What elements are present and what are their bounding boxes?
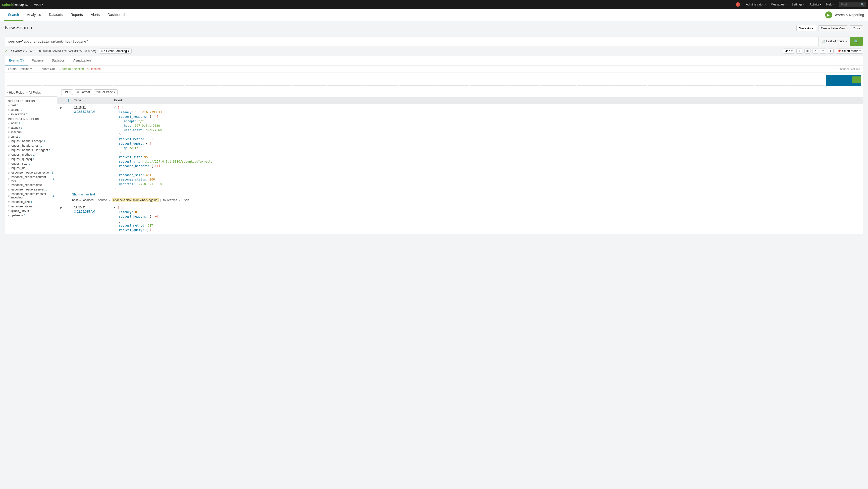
field-sourcetype[interactable]: a sourcetype 1 <box>5 112 57 117</box>
nav-reports[interactable]: Reports <box>67 9 87 21</box>
field-request-query-q[interactable]: a request_query.q 1 <box>5 157 57 161</box>
timeline-bar[interactable] <box>434 85 469 86</box>
field-request-url[interactable]: a request_url 1 <box>5 166 57 170</box>
field-request-method[interactable]: a request_method 1 <box>5 152 57 157</box>
meta-host-key: host <box>72 198 78 202</box>
download-button[interactable]: ⬇ <box>828 49 834 54</box>
nav-datasets[interactable]: Datasets <box>45 9 66 21</box>
field-response-status[interactable]: # response_status 1 <box>5 204 57 209</box>
timeline-bar[interactable] <box>149 85 184 86</box>
activity-menu[interactable]: Activity ▾ <box>807 0 824 9</box>
job-button[interactable]: Job ▾ <box>783 49 795 54</box>
share-button[interactable]: ↗ <box>812 49 818 54</box>
messages-menu[interactable]: Messages ▾ <box>768 0 789 9</box>
field-request-headers-host[interactable]: a request_headers.host 1 <box>5 143 57 148</box>
field-splunk-server[interactable]: a splunk_server 1 <box>5 209 57 213</box>
timeline-bar[interactable] <box>648 85 683 86</box>
tab-visualization[interactable]: Visualization <box>69 56 95 65</box>
find-box[interactable]: 🔍 <box>839 2 866 7</box>
timeline-bar[interactable] <box>42 85 78 86</box>
timeline-bar[interactable] <box>363 85 398 86</box>
nav-search[interactable]: Search <box>4 9 23 21</box>
format-button[interactable]: ✏ Format <box>75 89 92 95</box>
zoom-out-button[interactable]: — Zoom Out <box>38 67 55 71</box>
alert-badge[interactable]: ! <box>736 2 740 7</box>
help-menu[interactable]: Help ▾ <box>824 0 837 9</box>
nav-alerts[interactable]: Alerts <box>87 9 104 21</box>
field-response-size[interactable]: # response_size 1 <box>5 200 57 204</box>
timeline-bar[interactable] <box>470 85 505 86</box>
timeline-bar[interactable] <box>292 85 327 86</box>
hide-fields-icon: ‹ <box>7 91 8 94</box>
administrator-menu[interactable]: Administrator ▾ <box>744 0 769 9</box>
search-reporting-button[interactable]: ▶ Search & Reporting <box>825 11 864 19</box>
save-as-button[interactable]: Save As ▾ <box>796 25 816 31</box>
no-sampling-button[interactable]: No Event Sampling ▾ <box>99 49 132 54</box>
timeline-bar[interactable] <box>612 85 647 86</box>
field-response-headers-transfer-encoding[interactable]: a response_headers.transfer-encoding 1 <box>5 192 57 200</box>
timeline-bar[interactable] <box>220 85 255 86</box>
timeline-bar[interactable] <box>541 85 576 86</box>
list-button[interactable]: List ▾ <box>61 89 73 95</box>
format-timeline-button[interactable]: Format Timeline ▾ <box>8 67 32 71</box>
event-expand-button-2[interactable]: ▶ <box>57 205 65 232</box>
field-response-headers-server[interactable]: a response_headers.server 1 <box>5 187 57 192</box>
field-index[interactable]: a index 1 <box>5 121 57 125</box>
search-input[interactable] <box>5 37 818 45</box>
timeline-bar[interactable] <box>790 85 826 86</box>
create-table-view-button[interactable]: Create Table View <box>818 25 848 31</box>
event-expand-button[interactable]: ▶ <box>57 106 65 191</box>
pause-button[interactable]: ⏸ <box>796 49 803 54</box>
timeline-bar[interactable] <box>505 85 540 86</box>
field-source[interactable]: a source 1 <box>5 108 57 112</box>
save-as-caret: ▾ <box>812 26 813 30</box>
splunk-logo[interactable]: splunk>enterprise <box>2 2 29 6</box>
show-raw-text-link[interactable]: Show as raw text <box>57 192 863 197</box>
timeline-bar[interactable] <box>328 85 363 86</box>
print-button[interactable]: 🖨 <box>820 49 826 54</box>
timeline-bar[interactable] <box>256 85 291 86</box>
zoom-to-selection-button[interactable]: + Zoom to Selection <box>57 67 84 71</box>
tab-events[interactable]: Events (7) <box>5 56 28 65</box>
timeline-bar[interactable] <box>577 85 612 86</box>
field-latency[interactable]: # latency 3 <box>5 125 57 130</box>
field-host[interactable]: a host 1 <box>5 103 57 108</box>
tab-patterns[interactable]: Patterns <box>28 56 48 65</box>
all-fields-button[interactable]: ≡ All Fields <box>26 91 41 94</box>
pin-icon: 📌 <box>837 49 841 53</box>
timeline-bar[interactable] <box>7 85 42 86</box>
close-button[interactable]: Close <box>850 25 863 31</box>
nav-dashboards[interactable]: Dashboards <box>103 9 130 21</box>
smart-mode-button[interactable]: 📌 Smart Mode ▾ <box>835 49 863 54</box>
timeline-bar[interactable] <box>399 85 434 86</box>
per-page-button[interactable]: 20 Per Page ▾ <box>94 89 118 95</box>
field-request-headers-accept[interactable]: a request_headers.accept 1 <box>5 139 57 143</box>
search-button[interactable]: 🔍 <box>850 37 863 46</box>
find-input[interactable] <box>841 3 861 6</box>
time-range-button[interactable]: 🕐 Last 24 hours ▾ <box>818 37 850 46</box>
field-request-size[interactable]: # request_size 1 <box>5 161 57 166</box>
apps-menu[interactable]: Apps ▾ <box>32 0 45 9</box>
field-punct[interactable]: a punct 2 <box>5 135 57 139</box>
field-request-headers-user-agent[interactable]: a request_headers.user-agent 1 <box>5 148 57 152</box>
field-response-headers-connection[interactable]: a response_headers.connection 1 <box>5 170 57 175</box>
settings-menu[interactable]: Settings ▾ <box>789 0 807 9</box>
field-response-headers-content-type[interactable]: a response_headers.content-type 1 <box>5 175 57 183</box>
field-upstream[interactable]: a upstream 1 <box>5 213 57 218</box>
nav-analytics[interactable]: Analytics <box>23 9 45 21</box>
tab-statistics[interactable]: Statistics <box>48 56 69 65</box>
field-response-headers-date[interactable]: a response_headers.date 5 <box>5 183 57 187</box>
timeline-action-button[interactable] <box>852 77 861 83</box>
deselect-button[interactable]: ✕ Deselect <box>86 67 101 71</box>
timeline-bar[interactable] <box>683 85 718 86</box>
timeline-bar[interactable] <box>114 85 149 86</box>
timeline-bar[interactable] <box>719 85 754 86</box>
timeline-bar[interactable] <box>185 85 220 86</box>
event-line: request_method: GET <box>114 223 861 228</box>
timeline-bar[interactable] <box>78 85 113 86</box>
stop-button[interactable]: ⏹ <box>804 49 811 54</box>
timeline-bar[interactable] <box>755 85 790 86</box>
field-linecount[interactable]: # linecount 1 <box>5 130 57 135</box>
hide-fields-button[interactable]: ‹ Hide Fields <box>7 91 24 94</box>
meta-host-val: localhost <box>83 198 94 202</box>
